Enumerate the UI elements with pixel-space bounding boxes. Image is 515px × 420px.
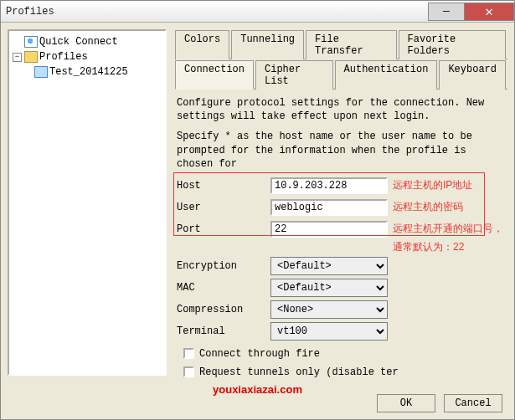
- titlebar: Profiles — ✕: [1, 1, 514, 23]
- user-input[interactable]: [270, 199, 388, 216]
- host-label: Host: [177, 180, 270, 192]
- pc-icon: [24, 36, 38, 48]
- tree-quick-connect[interactable]: Quick Connect: [11, 34, 163, 49]
- encryption-row: Encryption <Default>: [177, 256, 506, 276]
- encryption-label: Encryption: [177, 260, 270, 272]
- checkbox-icon[interactable]: [183, 348, 194, 359]
- tree-label: Profiles: [39, 51, 88, 63]
- tab-favorite-folders[interactable]: Favorite Folders: [399, 30, 506, 59]
- tab-colors[interactable]: Colors: [175, 30, 229, 59]
- connection-form: Host 远程主机的IP地址 User 远程主机的密码 Port 远程主机开通的…: [175, 174, 507, 383]
- dialog-body: Quick Connect − Profiles Test_20141225 C…: [1, 23, 514, 379]
- tree-profiles-folder[interactable]: − Profiles: [11, 49, 163, 64]
- cancel-button[interactable]: Cancel: [444, 394, 502, 412]
- tab-file-transfer[interactable]: File Transfer: [306, 30, 397, 59]
- tree-label: Quick Connect: [39, 36, 118, 48]
- close-button[interactable]: ✕: [464, 3, 514, 21]
- tunnels-label: Request tunnels only (disable ter: [199, 366, 399, 378]
- port-annot2-row: 通常默认为：22: [177, 241, 506, 254]
- user-label: User: [177, 202, 270, 213]
- ok-button[interactable]: OK: [377, 394, 435, 412]
- description-1: Configure protocol settings for the conn…: [177, 96, 506, 123]
- terminal-label: Terminal: [177, 325, 270, 337]
- watermark-text: youxiaxiazai.com: [213, 383, 302, 396]
- tab-keyboard[interactable]: Keyboard: [439, 60, 506, 90]
- tab-authentication[interactable]: Authentication: [335, 60, 438, 90]
- mac-select[interactable]: <Default>: [270, 279, 388, 297]
- tab-connection[interactable]: Connection: [175, 60, 254, 90]
- tree-label: Test_20141225: [49, 66, 128, 78]
- user-annotation: 远程主机的密码: [393, 200, 463, 214]
- fire-checkbox-row[interactable]: Connect through fire: [183, 348, 506, 360]
- encryption-select[interactable]: <Default>: [270, 257, 388, 275]
- tunnels-checkbox-row[interactable]: Request tunnels only (disable ter: [183, 366, 506, 378]
- port-input[interactable]: [270, 221, 388, 238]
- tab-cipher-list[interactable]: Cipher List: [255, 60, 333, 90]
- compression-row: Compression <None>: [177, 300, 506, 320]
- host-row: Host 远程主机的IP地址: [177, 176, 506, 196]
- fire-label: Connect through fire: [199, 348, 320, 360]
- tab-row-2: Connection Cipher List Authentication Ke…: [175, 59, 507, 90]
- profile-icon: [34, 66, 48, 78]
- compression-select[interactable]: <None>: [270, 300, 388, 319]
- checkbox-icon[interactable]: [183, 366, 194, 377]
- tab-tunneling[interactable]: Tunneling: [231, 30, 304, 59]
- profiles-dialog: Profiles — ✕ Quick Connect − Profiles Te…: [0, 0, 515, 420]
- tree-profile-item[interactable]: Test_20141225: [11, 64, 163, 79]
- dialog-footer: OK Cancel: [377, 394, 502, 412]
- settings-panel: Colors Tunneling File Transfer Favorite …: [175, 29, 507, 376]
- host-annotation: 远程主机的IP地址: [393, 178, 472, 192]
- description-2: Specify * as the host name or the user n…: [177, 130, 506, 171]
- port-label: Port: [177, 223, 270, 235]
- window-title: Profiles: [6, 6, 54, 18]
- window-buttons: — ✕: [429, 3, 514, 21]
- compression-label: Compression: [177, 304, 270, 315]
- minimize-button[interactable]: —: [428, 3, 465, 21]
- tab-row-1: Colors Tunneling File Transfer Favorite …: [175, 29, 507, 59]
- port-annotation: 远程主机开通的端口号，: [393, 222, 503, 236]
- folder-icon: [24, 51, 38, 63]
- mac-label: MAC: [177, 282, 270, 294]
- mac-row: MAC <Default>: [177, 278, 506, 298]
- user-row: User 远程主机的密码: [177, 197, 506, 218]
- profile-tree[interactable]: Quick Connect − Profiles Test_20141225: [8, 29, 167, 376]
- port-row: Port 远程主机开通的端口号，: [177, 219, 506, 239]
- terminal-select[interactable]: vt100: [270, 322, 388, 341]
- collapse-icon[interactable]: −: [13, 53, 22, 62]
- port-annotation-2: 通常默认为：22: [393, 240, 464, 254]
- terminal-row: Terminal vt100: [177, 321, 506, 341]
- host-input[interactable]: [270, 177, 388, 194]
